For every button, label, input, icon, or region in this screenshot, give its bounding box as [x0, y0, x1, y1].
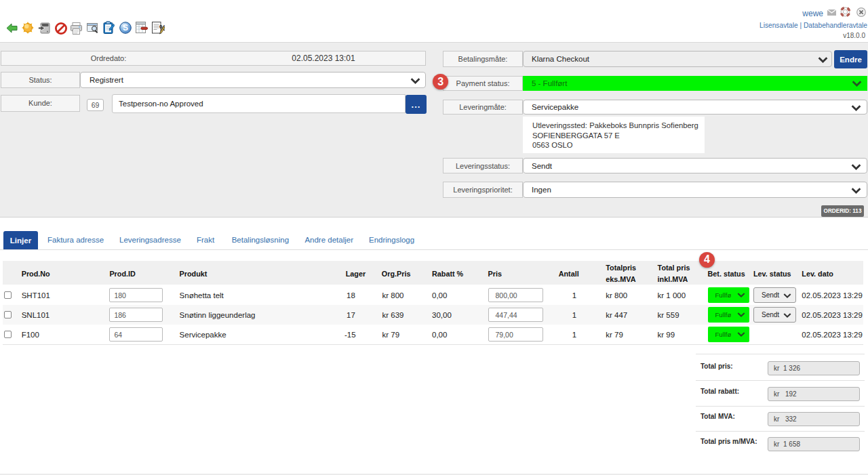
svg-text:S: S	[123, 23, 128, 33]
